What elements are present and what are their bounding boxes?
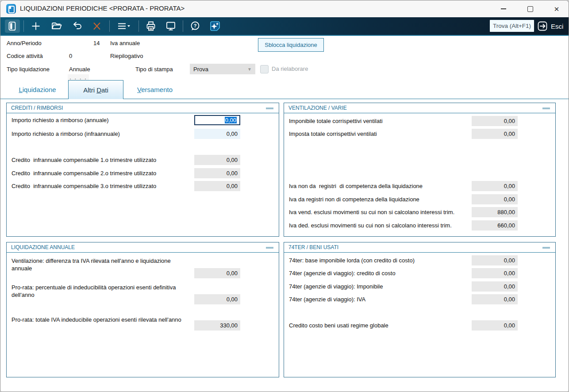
- base-imponibile-lorda-input: 0,00: [472, 255, 518, 265]
- tab-strip: Liquidazione Altri Dati Versamento: [0, 80, 569, 100]
- codice-attivita-desc: Riepilogativo: [110, 53, 143, 59]
- collapse-icon[interactable]: [266, 247, 273, 249]
- credito-trim1-input: 0,00: [194, 155, 240, 165]
- da-rielaborare-checkbox: [260, 65, 269, 73]
- field-label: Imposta totale corrispettivi ventilati: [289, 129, 377, 139]
- field-label: Iva vend. esclusi movimenti su cui non s…: [289, 207, 454, 217]
- iva-ded-esclusi-input: 660,00: [472, 220, 518, 231]
- find-box[interactable]: Trova (Alt+F1): [490, 20, 534, 32]
- delete-button[interactable]: [89, 19, 104, 33]
- toolbar-separator: [138, 20, 139, 32]
- periodo-desc: Iva annuale: [110, 40, 140, 46]
- header-form: Anno/Periodo · · · · 14 Iva annuale Sblo…: [0, 36, 569, 80]
- tipo-liquidazione-label: Tipo liquidazione: [7, 66, 50, 73]
- importo-rimborso-infraannuale-input[interactable]: 0,00: [194, 129, 240, 139]
- field-label: Pro-rata: percentuale di indeducibilità …: [12, 284, 191, 299]
- minimize-icon: [501, 8, 506, 9]
- field-label: Importo richiesto a rimborso (infraannua…: [12, 129, 120, 139]
- credito-trim2-input: 0,00: [194, 168, 240, 178]
- svg-text:?: ?: [194, 23, 197, 28]
- imponibile-74ter-input: 0,00: [472, 281, 518, 292]
- toolbar: ? Trova (Alt+F1) Esci: [0, 17, 569, 36]
- exit-button[interactable]: Esci: [537, 19, 563, 33]
- field-label: Iva non da registri di competenza della …: [289, 181, 423, 191]
- new-button[interactable]: [28, 19, 43, 33]
- importo-rimborso-annuale-input[interactable]: 0,00: [194, 115, 240, 125]
- help-button[interactable]: ?: [188, 19, 203, 33]
- maximize-button[interactable]: [520, 0, 540, 17]
- iva-74ter-input: 0,00: [472, 294, 518, 304]
- field-label: 74ter: base imponibile lorda (con credit…: [289, 255, 415, 265]
- field-label: Iva da registri non di competenza della …: [289, 194, 419, 204]
- field-label: Imponibile totale corrispettivi ventilat…: [289, 116, 383, 126]
- delete-x-icon: [91, 20, 103, 32]
- field-label: Importo richiesto a rimborso (annuale): [12, 115, 109, 125]
- tipo-stampa-value: Prova: [193, 66, 208, 73]
- tab-liquidazione[interactable]: Liquidazione: [7, 80, 68, 99]
- prorata-totale-input: 330,00: [194, 320, 240, 331]
- collapse-icon[interactable]: [542, 247, 550, 249]
- menu-icon: [116, 20, 131, 32]
- toolbar-separator: [183, 20, 183, 32]
- field-label: Iva ded. esclusi movimenti su cui non si…: [289, 220, 452, 231]
- panel-ventilazione-varie: VENTILAZIONE / VARIE Imponibile totale c…: [284, 103, 556, 237]
- credito-di-costo-input: 0,00: [472, 268, 518, 278]
- panel-title: 74TER / BENI USATI: [284, 242, 555, 253]
- undo-button[interactable]: [69, 19, 85, 33]
- add-icon: [30, 20, 42, 32]
- ventilazione-differenza-input: 0,00: [194, 268, 240, 278]
- sblocca-liquidazione-button[interactable]: Sblocca liquidazione: [258, 38, 324, 52]
- title-bar: LIQUIDAZIONI PERIODICHE <PRORATA - PRORA…: [0, 0, 569, 17]
- menu-button[interactable]: [114, 19, 133, 33]
- close-button[interactable]: ✕: [546, 0, 567, 17]
- monitor-icon: [165, 20, 177, 32]
- chevron-down-icon: ▼: [247, 67, 252, 72]
- exit-icon: [537, 20, 548, 32]
- periodo-value: 14: [93, 40, 100, 46]
- imponibile-ventilati-input: 0,00: [472, 116, 518, 126]
- field-label: Credito infrannuale compensabile 1.o tri…: [12, 155, 156, 165]
- credito-trim3-input: 0,00: [194, 181, 240, 191]
- tipo-stampa-label: Tipo di stampa: [135, 66, 173, 73]
- window-title: LIQUIDAZIONI PERIODICHE <PRORATA - PRORA…: [20, 4, 185, 12]
- prorata-percentuale-input: 0,00: [194, 294, 240, 304]
- help-icon: ?: [189, 20, 201, 32]
- open-folder-icon: [50, 20, 63, 32]
- field-label: Credito costo beni usati regime globale: [289, 320, 388, 331]
- field-label: Pro-rata: totale IVA indeducibile operaz…: [12, 316, 181, 323]
- field-label: Credito infrannuale compensabile 3.o tri…: [12, 181, 156, 191]
- print-button[interactable]: [143, 19, 158, 33]
- field-label: Ventilazione: differenza tra IVA rilevat…: [12, 257, 191, 272]
- iva-da-registri-input: 0,00: [472, 194, 518, 204]
- panel-liquidazione-annuale: LIQUIDAZIONE ANNUALE Ventilazione: diffe…: [6, 242, 279, 377]
- collapse-icon[interactable]: [266, 108, 273, 109]
- ai-assistant-button[interactable]: [208, 19, 223, 33]
- tab-altri-dati[interactable]: Altri Dati: [68, 80, 123, 99]
- app-logo-icon: [6, 4, 16, 14]
- field-label: 74ter (agenzie di viaggio): Imponibile: [289, 281, 383, 292]
- da-rielaborare-label: Da rielaborare: [272, 65, 308, 72]
- tipo-stampa-select: Prova ▼: [190, 64, 255, 74]
- anno-periodo-label: Anno/Periodo: [7, 40, 42, 46]
- open-button[interactable]: [49, 19, 64, 33]
- tab-versamento[interactable]: Versamento: [123, 80, 186, 99]
- credito-beni-usati-input: 0,00: [472, 320, 518, 331]
- sidebar-toggle-button[interactable]: [5, 19, 20, 33]
- imposta-ventilati-input: 0,00: [472, 129, 518, 139]
- panel-crediti-rimborsi: CREDITI / RIMBORSI Importo richiesto a r…: [6, 103, 279, 237]
- maximize-icon: [527, 6, 533, 12]
- app-window: LIQUIDAZIONI PERIODICHE <PRORATA - PRORA…: [0, 0, 569, 392]
- toolbar-separator: [23, 20, 24, 32]
- preview-button[interactable]: [163, 19, 178, 33]
- minimize-button[interactable]: [493, 0, 514, 17]
- field-label: 74ter (agenzie di viaggio): credito di c…: [289, 268, 396, 278]
- codice-attivita-value: 0: [69, 53, 72, 59]
- panel-title: CREDITI / RIMBORSI: [7, 103, 279, 113]
- iva-non-da-registri-input: 0,00: [472, 181, 518, 191]
- ai-sparkle-icon: [208, 19, 222, 33]
- collapse-icon[interactable]: [542, 108, 550, 109]
- field-label: Credito infrannuale compensabile 2.o tri…: [12, 168, 156, 178]
- toolbar-separator: [109, 20, 110, 32]
- sidebar-icon: [7, 21, 18, 31]
- close-icon: ✕: [554, 6, 560, 12]
